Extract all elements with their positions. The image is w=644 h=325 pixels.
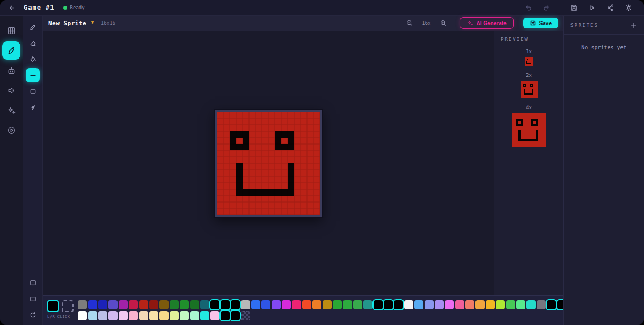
save-file-button[interactable] bbox=[567, 2, 581, 13]
palette-swatch[interactable] bbox=[231, 300, 240, 309]
palette-swatch[interactable] bbox=[292, 300, 301, 309]
palette-swatch[interactable] bbox=[414, 300, 423, 309]
palette-swatch[interactable] bbox=[119, 311, 128, 320]
palette-swatch[interactable] bbox=[108, 311, 118, 320]
undo-button[interactable] bbox=[521, 2, 535, 13]
palette-swatch[interactable] bbox=[333, 300, 342, 309]
palette-swatch[interactable] bbox=[475, 300, 485, 309]
palette-swatch[interactable] bbox=[486, 300, 495, 309]
palette-swatch[interactable] bbox=[98, 300, 107, 309]
zoom-in-button[interactable] bbox=[437, 18, 449, 28]
palette-swatch[interactable] bbox=[78, 300, 87, 309]
palette-swatch[interactable] bbox=[465, 300, 474, 309]
palette-swatch[interactable] bbox=[363, 300, 372, 309]
palette-swatch[interactable] bbox=[190, 311, 199, 320]
palette-swatch[interactable] bbox=[445, 300, 454, 309]
nav-item-audio[interactable] bbox=[2, 81, 20, 99]
palette-swatch[interactable] bbox=[547, 300, 556, 309]
canvas-area bbox=[43, 31, 494, 295]
preview-2x-sprite bbox=[521, 81, 538, 98]
palette-swatch[interactable] bbox=[78, 311, 87, 320]
palette-swatch[interactable] bbox=[231, 311, 240, 320]
palette-swatch[interactable] bbox=[241, 300, 250, 309]
palette-swatch[interactable] bbox=[374, 300, 383, 309]
save-button[interactable]: Save bbox=[523, 18, 558, 28]
palette-swatch[interactable] bbox=[272, 300, 281, 309]
palette-swatch[interactable] bbox=[343, 300, 352, 309]
tool-line[interactable] bbox=[26, 68, 40, 82]
nav-item-tilemap[interactable] bbox=[2, 21, 20, 40]
primary-color-swatch[interactable] bbox=[47, 300, 59, 312]
redo-button[interactable] bbox=[539, 2, 553, 13]
nav-item-sprite-editor[interactable] bbox=[2, 41, 20, 60]
tool-fill[interactable] bbox=[26, 52, 40, 66]
palette-swatch[interactable] bbox=[170, 311, 179, 320]
palette-swatch[interactable] bbox=[302, 300, 311, 309]
palette-swatch[interactable] bbox=[98, 311, 107, 320]
run-button[interactable] bbox=[585, 2, 599, 13]
palette-swatch[interactable] bbox=[435, 300, 444, 309]
back-button[interactable] bbox=[0, 0, 24, 15]
secondary-color-swatch[interactable] bbox=[62, 300, 74, 312]
palette-swatch[interactable] bbox=[353, 300, 362, 309]
palette-swatch[interactable] bbox=[221, 311, 230, 320]
palette-swatch[interactable] bbox=[159, 311, 169, 320]
palette-swatch[interactable] bbox=[129, 311, 138, 320]
palette-swatch[interactable] bbox=[108, 300, 118, 309]
palette-swatch[interactable] bbox=[210, 311, 219, 320]
preview-panel: PREVIEW 1x 2x 4x bbox=[494, 31, 564, 295]
palette-swatch[interactable] bbox=[261, 300, 270, 309]
palette-swatch[interactable] bbox=[149, 300, 158, 309]
palette-swatch[interactable] bbox=[384, 300, 393, 309]
palette-swatch[interactable] bbox=[88, 311, 97, 320]
palette-swatch[interactable] bbox=[516, 300, 525, 309]
palette-row-2 bbox=[78, 311, 566, 320]
palette-swatch[interactable] bbox=[139, 300, 148, 309]
nav-item-ai-bot[interactable] bbox=[2, 61, 20, 80]
tool-pencil[interactable] bbox=[26, 20, 40, 34]
palette-swatch[interactable] bbox=[149, 311, 158, 320]
palette-swatch[interactable] bbox=[180, 300, 189, 309]
palette-swatch-transparent[interactable] bbox=[241, 311, 250, 320]
palette-swatch[interactable] bbox=[129, 300, 138, 309]
share-button[interactable] bbox=[603, 2, 617, 13]
palette-swatch[interactable] bbox=[537, 300, 546, 309]
palette-swatch[interactable] bbox=[210, 300, 219, 309]
tool-rectangle[interactable] bbox=[26, 84, 40, 98]
ai-generate-button[interactable]: AI Generate bbox=[460, 17, 514, 29]
tool-eraser[interactable] bbox=[26, 36, 40, 50]
palette-swatch[interactable] bbox=[139, 311, 148, 320]
palette-swatch[interactable] bbox=[221, 300, 230, 309]
palette-swatch[interactable] bbox=[88, 300, 97, 309]
palette-swatch[interactable] bbox=[404, 300, 413, 309]
palette-swatch[interactable] bbox=[282, 300, 291, 309]
tool-flip-vertical[interactable] bbox=[26, 292, 40, 306]
palette-swatch[interactable] bbox=[159, 300, 169, 309]
add-sprite-button[interactable] bbox=[630, 21, 638, 29]
palette-swatch[interactable] bbox=[323, 300, 332, 309]
sprite-canvas[interactable] bbox=[217, 112, 320, 215]
tool-select[interactable] bbox=[26, 100, 40, 114]
palette-swatch[interactable] bbox=[200, 311, 209, 320]
tool-flip-horizontal[interactable] bbox=[26, 276, 40, 290]
palette-swatch[interactable] bbox=[190, 300, 199, 309]
palette-swatch[interactable] bbox=[312, 300, 321, 309]
palette-swatch[interactable] bbox=[180, 311, 189, 320]
palette-swatch[interactable] bbox=[119, 300, 128, 309]
palette-swatch[interactable] bbox=[251, 300, 260, 309]
palette-swatch[interactable] bbox=[496, 300, 505, 309]
palette-swatch[interactable] bbox=[170, 300, 179, 309]
settings-button[interactable] bbox=[621, 2, 635, 13]
palette-swatch[interactable] bbox=[455, 300, 464, 309]
nav-item-run-game[interactable] bbox=[2, 121, 20, 139]
sprites-title: SPRITES bbox=[570, 23, 630, 28]
tool-rotate[interactable] bbox=[26, 308, 40, 322]
palette-swatch[interactable] bbox=[200, 300, 209, 309]
palette-swatch[interactable] bbox=[506, 300, 515, 309]
palette-swatch[interactable] bbox=[425, 300, 434, 309]
zoom-out-button[interactable] bbox=[404, 18, 415, 28]
palette-swatch[interactable] bbox=[526, 300, 536, 309]
palette-swatch[interactable] bbox=[394, 300, 403, 309]
palette-row-1 bbox=[78, 300, 566, 309]
nav-item-effects[interactable] bbox=[2, 101, 20, 119]
